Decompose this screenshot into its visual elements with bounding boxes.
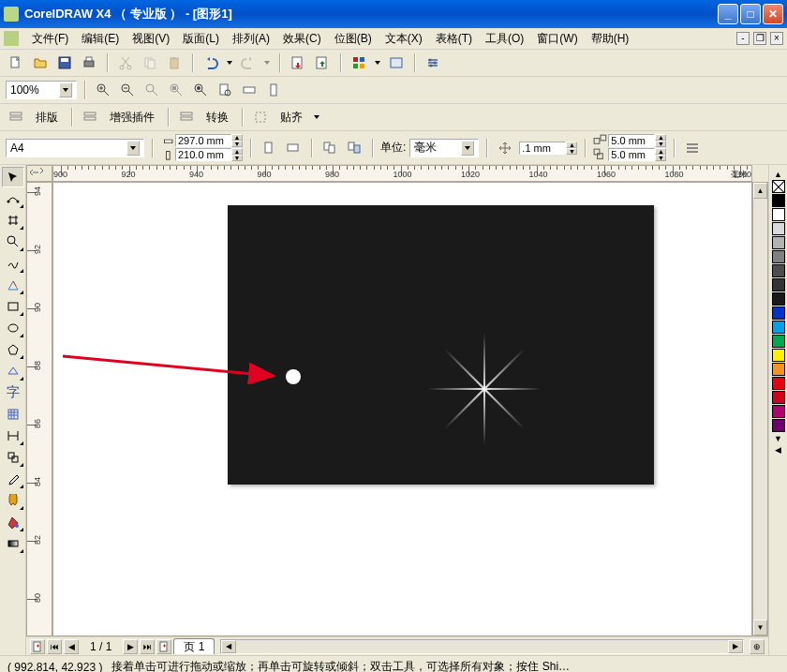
dup-y-input[interactable] bbox=[608, 148, 655, 161]
cut-button[interactable] bbox=[115, 52, 136, 73]
color-swatch[interactable] bbox=[772, 349, 785, 362]
options-button[interactable] bbox=[423, 52, 443, 73]
app-dropdown[interactable] bbox=[373, 52, 382, 73]
menu-view[interactable]: 视图(V) bbox=[126, 29, 175, 49]
mdi-minimize-button[interactable]: - bbox=[736, 32, 750, 45]
palette-up-button[interactable]: ▲ bbox=[772, 169, 785, 180]
undo-dropdown[interactable] bbox=[225, 52, 234, 73]
color-swatch[interactable] bbox=[772, 278, 785, 291]
script-plugins-button[interactable]: 增强插件 bbox=[104, 108, 160, 127]
color-swatch[interactable] bbox=[772, 321, 785, 334]
menu-file[interactable]: 文件(F) bbox=[26, 29, 74, 49]
paste-button[interactable] bbox=[164, 52, 185, 73]
open-button[interactable] bbox=[30, 52, 51, 73]
swatch-none[interactable] bbox=[772, 180, 785, 193]
color-swatch[interactable] bbox=[772, 292, 785, 306]
color-swatch[interactable] bbox=[772, 194, 785, 207]
undo-button[interactable] bbox=[200, 52, 221, 73]
portrait-button[interactable] bbox=[259, 138, 279, 158]
new-button[interactable] bbox=[6, 52, 26, 73]
redo-button[interactable] bbox=[238, 52, 259, 73]
export-button[interactable] bbox=[312, 52, 333, 73]
dimension-tool[interactable] bbox=[2, 426, 24, 446]
menu-arrange[interactable]: 排列(A) bbox=[227, 29, 275, 49]
nudge-input[interactable] bbox=[519, 142, 566, 155]
current-page-button[interactable] bbox=[344, 138, 364, 158]
zoom-out-button[interactable] bbox=[117, 80, 138, 100]
unit-combo[interactable]: 毫米 bbox=[409, 139, 479, 157]
horizontal-scrollbar[interactable]: ◀ ▶ bbox=[220, 639, 744, 654]
menu-window[interactable]: 窗口(W) bbox=[531, 29, 583, 49]
star-flare-object[interactable] bbox=[428, 333, 541, 445]
fill-tool[interactable] bbox=[2, 512, 24, 532]
script-transform-button[interactable]: 转换 bbox=[200, 108, 234, 127]
page-width-input[interactable] bbox=[175, 134, 231, 147]
add-page-after-button[interactable] bbox=[156, 639, 171, 654]
color-swatch[interactable] bbox=[772, 363, 785, 376]
ruler-corner[interactable] bbox=[26, 165, 52, 182]
zoom-page-button[interactable] bbox=[215, 80, 235, 100]
pick-tool[interactable] bbox=[2, 167, 24, 187]
first-page-button[interactable]: ⏮ bbox=[47, 639, 62, 654]
table-tool[interactable] bbox=[2, 404, 24, 425]
scroll-left-button[interactable]: ◀ bbox=[221, 640, 236, 653]
prev-page-button[interactable]: ◀ bbox=[64, 639, 79, 654]
eyedropper-tool[interactable] bbox=[2, 469, 24, 489]
scroll-right-button[interactable]: ▶ bbox=[728, 640, 743, 653]
color-swatch[interactable] bbox=[772, 405, 785, 418]
last-page-button[interactable]: ⏭ bbox=[140, 639, 155, 654]
outline-tool[interactable] bbox=[2, 490, 24, 511]
zoom-width-button[interactable] bbox=[239, 80, 260, 100]
mdi-close-button[interactable]: × bbox=[770, 32, 783, 45]
color-swatch[interactable] bbox=[772, 264, 785, 277]
color-swatch[interactable] bbox=[772, 377, 785, 390]
vertical-scrollbar[interactable]: ▲ ▼ bbox=[752, 182, 768, 636]
color-swatch[interactable] bbox=[772, 419, 785, 432]
menu-table[interactable]: 表格(T) bbox=[430, 29, 478, 49]
script-snap-button[interactable]: 贴齐 bbox=[275, 108, 308, 127]
app-launcher-button[interactable] bbox=[349, 52, 369, 73]
menu-layout[interactable]: 版面(L) bbox=[177, 29, 225, 49]
palette-flyout-button[interactable]: ◀ bbox=[772, 444, 785, 455]
page-tab[interactable]: 页 1 bbox=[173, 638, 215, 654]
color-swatch[interactable] bbox=[772, 250, 785, 263]
vertical-ruler[interactable]: 9492908886848280 bbox=[26, 182, 52, 636]
zoom-selected-button[interactable] bbox=[166, 80, 186, 100]
welcome-button[interactable] bbox=[386, 52, 407, 73]
redo-dropdown[interactable] bbox=[262, 52, 272, 73]
landscape-button[interactable] bbox=[283, 138, 304, 158]
save-button[interactable] bbox=[54, 52, 75, 73]
color-swatch[interactable] bbox=[772, 335, 785, 348]
minimize-button[interactable]: _ bbox=[718, 4, 738, 24]
ellipse-tool[interactable] bbox=[2, 318, 24, 338]
menu-edit[interactable]: 编辑(E) bbox=[76, 29, 125, 49]
maximize-button[interactable]: □ bbox=[740, 4, 761, 24]
zoom-tool[interactable] bbox=[2, 231, 24, 252]
freehand-tool[interactable] bbox=[2, 253, 24, 274]
menu-effects[interactable]: 效果(C) bbox=[277, 29, 327, 49]
basic-shapes-tool[interactable] bbox=[2, 361, 24, 381]
rectangle-tool[interactable] bbox=[2, 296, 24, 317]
copy-button[interactable] bbox=[140, 52, 160, 73]
canvas[interactable] bbox=[52, 182, 752, 636]
nav-corner-button[interactable]: ⊕ bbox=[750, 639, 765, 654]
zoom-combo[interactable]: 100% bbox=[6, 81, 77, 99]
color-swatch[interactable] bbox=[772, 236, 785, 249]
polygon-tool[interactable] bbox=[2, 339, 24, 360]
interactive-tool[interactable] bbox=[2, 447, 24, 468]
menu-bitmaps[interactable]: 位图(B) bbox=[329, 29, 378, 49]
zoom-height-button[interactable] bbox=[263, 80, 284, 100]
zoom-all-button[interactable] bbox=[190, 80, 211, 100]
scroll-up-button[interactable]: ▲ bbox=[753, 183, 767, 199]
script-snap-dropdown[interactable] bbox=[312, 107, 321, 127]
dup-x-input[interactable] bbox=[608, 134, 655, 147]
close-button[interactable]: ✕ bbox=[763, 4, 783, 24]
crop-tool[interactable] bbox=[2, 210, 24, 231]
smart-fill-tool[interactable] bbox=[2, 275, 24, 295]
color-swatch[interactable] bbox=[772, 306, 785, 320]
interactive-fill-tool[interactable] bbox=[2, 533, 24, 554]
paper-size-combo[interactable]: A4 bbox=[6, 139, 144, 157]
mdi-restore-button[interactable]: ❐ bbox=[753, 32, 766, 45]
print-button[interactable] bbox=[79, 52, 99, 73]
shape-tool[interactable] bbox=[2, 188, 24, 209]
